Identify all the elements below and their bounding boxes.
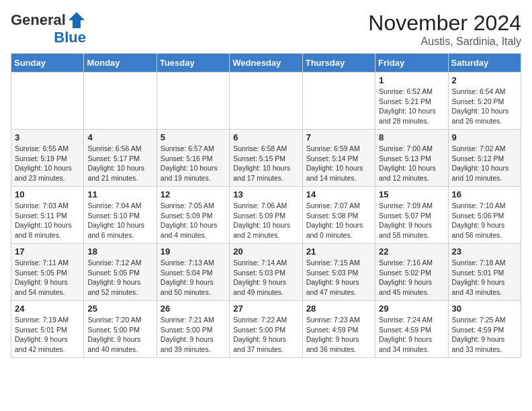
day-detail: Sunrise: 7:04 AM Sunset: 5:10 PM Dayligh… xyxy=(87,201,152,240)
calendar-table: SundayMondayTuesdayWednesdayThursdayFrid… xyxy=(11,53,521,358)
week-row-2: 3Sunrise: 6:55 AM Sunset: 5:19 PM Daylig… xyxy=(11,130,521,187)
calendar-cell: 14Sunrise: 7:07 AM Sunset: 5:08 PM Dayli… xyxy=(302,187,375,244)
week-row-3: 10Sunrise: 7:03 AM Sunset: 5:11 PM Dayli… xyxy=(11,187,521,244)
day-number: 30 xyxy=(452,304,517,314)
day-number: 1 xyxy=(379,75,444,85)
day-detail: Sunrise: 7:20 AM Sunset: 5:00 PM Dayligh… xyxy=(87,315,152,355)
calendar-cell: 4Sunrise: 6:56 AM Sunset: 5:17 PM Daylig… xyxy=(84,130,157,187)
weekday-header-row: SundayMondayTuesdayWednesdayThursdayFrid… xyxy=(11,54,521,73)
calendar-cell: 1Sunrise: 6:52 AM Sunset: 5:21 PM Daylig… xyxy=(375,73,448,130)
day-detail: Sunrise: 7:21 AM Sunset: 5:00 PM Dayligh… xyxy=(161,315,226,355)
calendar-cell: 6Sunrise: 6:58 AM Sunset: 5:15 PM Daylig… xyxy=(230,130,302,187)
day-detail: Sunrise: 7:06 AM Sunset: 5:09 PM Dayligh… xyxy=(233,201,298,240)
week-row-1: 1Sunrise: 6:52 AM Sunset: 5:21 PM Daylig… xyxy=(11,73,521,130)
weekday-header-saturday: Saturday xyxy=(448,54,521,73)
calendar-cell: 22Sunrise: 7:16 AM Sunset: 5:02 PM Dayli… xyxy=(375,244,448,301)
calendar-cell xyxy=(157,73,229,130)
calendar-cell: 7Sunrise: 6:59 AM Sunset: 5:14 PM Daylig… xyxy=(302,130,375,187)
day-number: 2 xyxy=(452,75,517,85)
day-number: 7 xyxy=(306,132,371,142)
calendar-cell xyxy=(230,73,302,130)
day-detail: Sunrise: 7:02 AM Sunset: 5:12 PM Dayligh… xyxy=(452,144,517,183)
day-detail: Sunrise: 7:15 AM Sunset: 5:03 PM Dayligh… xyxy=(306,258,371,298)
calendar-cell: 17Sunrise: 7:11 AM Sunset: 5:05 PM Dayli… xyxy=(11,244,84,301)
calendar-cell: 30Sunrise: 7:25 AM Sunset: 4:59 PM Dayli… xyxy=(448,301,521,358)
calendar-cell: 2Sunrise: 6:54 AM Sunset: 5:20 PM Daylig… xyxy=(448,73,521,130)
day-detail: Sunrise: 6:54 AM Sunset: 5:20 PM Dayligh… xyxy=(452,87,517,126)
week-row-4: 17Sunrise: 7:11 AM Sunset: 5:05 PM Dayli… xyxy=(11,244,521,301)
weekday-header-wednesday: Wednesday xyxy=(230,54,302,73)
weekday-header-tuesday: Tuesday xyxy=(157,54,229,73)
day-number: 25 xyxy=(87,304,152,314)
calendar-cell xyxy=(84,73,157,130)
day-detail: Sunrise: 7:12 AM Sunset: 5:05 PM Dayligh… xyxy=(87,258,152,298)
day-detail: Sunrise: 7:19 AM Sunset: 5:01 PM Dayligh… xyxy=(15,315,80,355)
calendar-cell: 8Sunrise: 7:00 AM Sunset: 5:13 PM Daylig… xyxy=(375,130,448,187)
calendar-cell: 5Sunrise: 6:57 AM Sunset: 5:16 PM Daylig… xyxy=(157,130,229,187)
day-detail: Sunrise: 7:23 AM Sunset: 4:59 PM Dayligh… xyxy=(306,315,371,355)
calendar-cell: 20Sunrise: 7:14 AM Sunset: 5:03 PM Dayli… xyxy=(230,244,302,301)
day-number: 9 xyxy=(452,132,517,142)
day-number: 24 xyxy=(15,304,80,314)
day-detail: Sunrise: 7:22 AM Sunset: 5:00 PM Dayligh… xyxy=(233,315,298,355)
calendar-cell: 29Sunrise: 7:24 AM Sunset: 4:59 PM Dayli… xyxy=(375,301,448,358)
day-number: 28 xyxy=(306,304,371,314)
weekday-header-monday: Monday xyxy=(84,54,157,73)
day-number: 13 xyxy=(233,189,298,199)
day-detail: Sunrise: 6:56 AM Sunset: 5:17 PM Dayligh… xyxy=(87,144,152,183)
calendar-cell: 21Sunrise: 7:15 AM Sunset: 5:03 PM Dayli… xyxy=(302,244,375,301)
day-detail: Sunrise: 6:55 AM Sunset: 5:19 PM Dayligh… xyxy=(15,144,80,183)
calendar-cell: 28Sunrise: 7:23 AM Sunset: 4:59 PM Dayli… xyxy=(302,301,375,358)
calendar-header: SundayMondayTuesdayWednesdayThursdayFrid… xyxy=(11,54,521,73)
day-number: 11 xyxy=(87,189,152,199)
day-number: 23 xyxy=(452,246,517,257)
weekday-header-friday: Friday xyxy=(375,54,448,73)
day-detail: Sunrise: 6:57 AM Sunset: 5:16 PM Dayligh… xyxy=(161,144,226,183)
svg-marker-0 xyxy=(69,12,85,28)
calendar-cell: 15Sunrise: 7:09 AM Sunset: 5:07 PM Dayli… xyxy=(375,187,448,244)
day-detail: Sunrise: 7:18 AM Sunset: 5:01 PM Dayligh… xyxy=(452,258,517,298)
day-number: 5 xyxy=(161,132,226,142)
title-block: November 2024 Austis, Sardinia, Italy xyxy=(368,11,521,48)
logo-blue: Blue xyxy=(54,30,86,46)
logo-icon xyxy=(67,11,86,30)
calendar-cell: 13Sunrise: 7:06 AM Sunset: 5:09 PM Dayli… xyxy=(230,187,302,244)
day-number: 8 xyxy=(379,132,444,142)
day-number: 27 xyxy=(233,304,298,314)
day-detail: Sunrise: 6:52 AM Sunset: 5:21 PM Dayligh… xyxy=(379,87,444,126)
day-number: 3 xyxy=(15,132,80,142)
calendar-cell: 10Sunrise: 7:03 AM Sunset: 5:11 PM Dayli… xyxy=(11,187,84,244)
calendar-cell: 23Sunrise: 7:18 AM Sunset: 5:01 PM Dayli… xyxy=(448,244,521,301)
day-detail: Sunrise: 6:59 AM Sunset: 5:14 PM Dayligh… xyxy=(306,144,371,183)
day-detail: Sunrise: 7:09 AM Sunset: 5:07 PM Dayligh… xyxy=(379,201,444,240)
day-detail: Sunrise: 7:13 AM Sunset: 5:04 PM Dayligh… xyxy=(161,258,226,298)
calendar-cell: 12Sunrise: 7:05 AM Sunset: 5:09 PM Dayli… xyxy=(157,187,229,244)
day-detail: Sunrise: 7:03 AM Sunset: 5:11 PM Dayligh… xyxy=(15,201,80,240)
weekday-header-thursday: Thursday xyxy=(302,54,375,73)
day-number: 22 xyxy=(379,246,444,257)
day-detail: Sunrise: 7:11 AM Sunset: 5:05 PM Dayligh… xyxy=(15,258,80,298)
calendar-cell: 19Sunrise: 7:13 AM Sunset: 5:04 PM Dayli… xyxy=(157,244,229,301)
calendar-cell xyxy=(302,73,375,130)
calendar-cell: 11Sunrise: 7:04 AM Sunset: 5:10 PM Dayli… xyxy=(84,187,157,244)
day-number: 18 xyxy=(87,246,152,257)
calendar-cell: 27Sunrise: 7:22 AM Sunset: 5:00 PM Dayli… xyxy=(230,301,302,358)
day-number: 12 xyxy=(161,189,226,199)
calendar-cell: 3Sunrise: 6:55 AM Sunset: 5:19 PM Daylig… xyxy=(11,130,84,187)
day-number: 26 xyxy=(161,304,226,314)
calendar-cell: 24Sunrise: 7:19 AM Sunset: 5:01 PM Dayli… xyxy=(11,301,84,358)
calendar-cell: 25Sunrise: 7:20 AM Sunset: 5:00 PM Dayli… xyxy=(84,301,157,358)
day-number: 29 xyxy=(379,304,444,314)
week-row-5: 24Sunrise: 7:19 AM Sunset: 5:01 PM Dayli… xyxy=(11,301,521,358)
calendar-body: 1Sunrise: 6:52 AM Sunset: 5:21 PM Daylig… xyxy=(11,73,521,358)
logo-general: General xyxy=(11,12,66,28)
day-number: 16 xyxy=(452,189,517,199)
month-title: November 2024 xyxy=(368,11,521,36)
location: Austis, Sardinia, Italy xyxy=(368,36,521,48)
day-detail: Sunrise: 7:16 AM Sunset: 5:02 PM Dayligh… xyxy=(379,258,444,298)
calendar-cell: 26Sunrise: 7:21 AM Sunset: 5:00 PM Dayli… xyxy=(157,301,229,358)
day-number: 14 xyxy=(306,189,371,199)
logo: General Blue xyxy=(11,11,86,46)
day-detail: Sunrise: 7:24 AM Sunset: 4:59 PM Dayligh… xyxy=(379,315,444,355)
day-detail: Sunrise: 7:00 AM Sunset: 5:13 PM Dayligh… xyxy=(379,144,444,183)
